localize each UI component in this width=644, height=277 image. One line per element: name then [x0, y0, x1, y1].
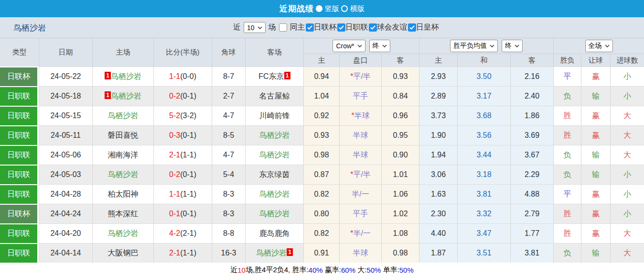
avg-draw-odds: 3.44 — [457, 145, 510, 165]
table-row: 日职联24-05-15鸟栖沙岩5-2(3-2)4-7川崎前锋0.92*半球0.9… — [0, 106, 644, 125]
ah-home-odds: 0.93 — [303, 125, 339, 145]
filter-controls: 近 10 场 同主 日联杯 日职联 球会友谊 日皇杯 — [233, 17, 440, 38]
recent-label: 近 — [233, 22, 241, 33]
home-team-cell: 柏太阳神 — [92, 184, 153, 204]
handicap-line: *半/一 — [339, 223, 381, 243]
ah-away-odds: 1.02 — [381, 204, 419, 223]
competition-label-j1: 日职联 — [345, 22, 368, 33]
vertical-radio-label[interactable]: 竖版 — [325, 4, 339, 13]
competition-checkbox-friendly[interactable] — [369, 23, 377, 32]
scope-select[interactable]: 全场 — [585, 40, 613, 52]
ah-away-odds: 1.06 — [381, 184, 419, 204]
away-team-cell: FC东京1 — [245, 66, 303, 86]
chevron-down-icon — [605, 44, 610, 47]
home-team-cell: 1鸟栖沙岩 — [92, 86, 153, 106]
away-team-cell: 鹿岛鹿角 — [245, 223, 303, 243]
table-row: 日职联24-05-181鸟栖沙岩0-2(0-1)2-7名古屋鲸1.04平手0.8… — [0, 86, 644, 106]
ah-home-odds: 1.04 — [303, 86, 339, 106]
score-cell: 4-2(2-1) — [153, 223, 212, 243]
ah-away-odds: 0.98 — [381, 243, 419, 263]
handicap-line: 半球 — [339, 243, 381, 263]
avg-home-odds: 2.30 — [419, 204, 457, 223]
avg-home-odds: 3.06 — [419, 165, 457, 184]
ah-home-odds: 0.80 — [303, 204, 339, 223]
ah-away-odds: 1.01 — [381, 165, 419, 184]
goals-cell: 小 — [610, 66, 644, 86]
home-team-cell: 鸟栖沙岩 — [92, 106, 153, 125]
handicap-result-cell: 赢 — [581, 223, 610, 243]
score-cell: 2-1(1-1) — [153, 145, 212, 165]
ah-home-odds: 0.82 — [303, 223, 339, 243]
goals-cell: 大 — [610, 223, 644, 243]
recent-count-select[interactable]: 10 — [244, 22, 266, 33]
result-cell: 胜 — [553, 125, 581, 145]
ah-away-odds: 0.93 — [381, 66, 419, 86]
footer-stat-segment: 场,胜4平2负4, 胜率: — [246, 266, 309, 275]
date-cell: 24-04-28 — [39, 184, 92, 204]
score-cell: 5-2(3-2) — [153, 106, 212, 125]
handicap-result-cell: 输 — [581, 165, 610, 184]
horizontal-radio[interactable] — [341, 5, 348, 12]
avg-time-select[interactable]: 终 — [502, 40, 523, 52]
score-cell: 2-1(1-1) — [153, 243, 212, 263]
avg-away-odds: 3.69 — [510, 125, 553, 145]
avg-home-odds: 1.94 — [419, 145, 457, 165]
competition-checkbox-emperors-cup[interactable] — [408, 23, 416, 32]
bookmaker-select[interactable]: Crow* — [333, 40, 365, 52]
col-header-score: 比分(半场) — [153, 38, 212, 66]
handicap-line: 平手 — [339, 86, 381, 106]
competition-checkbox-j1[interactable] — [337, 23, 345, 32]
away-team-cell: 鸟栖沙岩 — [245, 184, 303, 204]
ah-away-odds: 1.08 — [381, 223, 419, 243]
avg-away-odds: 1.77 — [510, 223, 553, 243]
ah-away-odds: 0.84 — [381, 86, 419, 106]
score-cell: 1-1(1-1) — [153, 184, 212, 204]
competition-label-emperors-cup: 日皇杯 — [416, 22, 439, 33]
check-icon — [409, 25, 415, 30]
vertical-radio[interactable] — [316, 5, 322, 12]
corner-cell: 2-7 — [212, 86, 245, 106]
result-cell: 负 — [553, 86, 581, 106]
avg-draw-odds: 3.17 — [457, 86, 510, 106]
corner-cell: 5-4 — [212, 165, 245, 184]
corner-cell: 8-8 — [212, 223, 245, 243]
home-team-cell: 鸟栖沙岩 — [92, 223, 153, 243]
goals-cell: 大 — [610, 145, 644, 165]
footer-stat-segment: 60% — [341, 266, 355, 274]
same-home-checkbox[interactable] — [279, 23, 287, 32]
competition-label-friendly: 球会友谊 — [377, 22, 408, 33]
competition-checkbox-jleague-cup[interactable] — [306, 23, 314, 32]
horizontal-radio-label[interactable]: 横版 — [350, 4, 365, 13]
home-team-cell: 磐田喜悦 — [92, 125, 153, 145]
goals-cell: 小 — [610, 204, 644, 223]
league-badge: 日职联 — [0, 106, 39, 125]
table-row: 日联杯24-05-221鸟栖沙岩1-1(0-0)8-7FC东京10.94*平/半… — [0, 66, 644, 86]
away-team-cell: 鸟栖沙岩1 — [245, 243, 303, 263]
footer-stats: 近10场,胜4平2负4, 胜率:40% 赢率:60% 大:50% 单率:50% — [0, 263, 644, 277]
filter-bar: 鸟栖沙岩 近 10 场 同主 日联杯 日职联 球会友谊 日皇杯 — [0, 17, 644, 38]
score-cell: 0-1(0-1) — [153, 204, 212, 223]
table-row: 日职联24-04-28柏太阳神1-1(1-1)8-3鸟栖沙岩0.82半/一1.0… — [0, 184, 644, 204]
col-header-date: 日期 — [39, 38, 92, 66]
table-row: 日职联24-04-20鸟栖沙岩4-2(2-1)8-8鹿岛鹿角0.82*半/一1.… — [0, 223, 644, 243]
home-team-cell: 大阪钢巴 — [92, 243, 153, 263]
league-badge: 日职联 — [0, 86, 39, 106]
ah-odds-group-header: Crow* 终 — [303, 38, 419, 54]
competition-label-jleague-cup: 日联杯 — [314, 22, 337, 33]
goals-cell: 大 — [610, 125, 644, 145]
chevron-down-icon — [515, 44, 519, 47]
corner-cell: 8-3 — [212, 184, 245, 204]
handicap-result-cell: 赢 — [581, 66, 610, 86]
goals-cell: 大 — [610, 243, 644, 263]
league-badge: 日职联 — [0, 165, 39, 184]
handicap-result-cell: 输 — [581, 243, 610, 263]
check-icon — [307, 25, 312, 30]
ah-time-select[interactable]: 终 — [369, 40, 390, 52]
goals-cell: 小 — [610, 165, 644, 184]
match-rows: 日联杯24-05-221鸟栖沙岩1-1(0-0)8-7FC东京10.94*平/半… — [0, 66, 644, 263]
footer-stat-segment: 50% — [399, 266, 414, 274]
avg-type-select[interactable]: 胜平负均值 — [450, 40, 498, 52]
footer-stat-segment: 单率: — [381, 266, 399, 275]
league-badge: 日职联 — [0, 145, 39, 165]
footer-stat-segment: 50% — [366, 266, 381, 274]
